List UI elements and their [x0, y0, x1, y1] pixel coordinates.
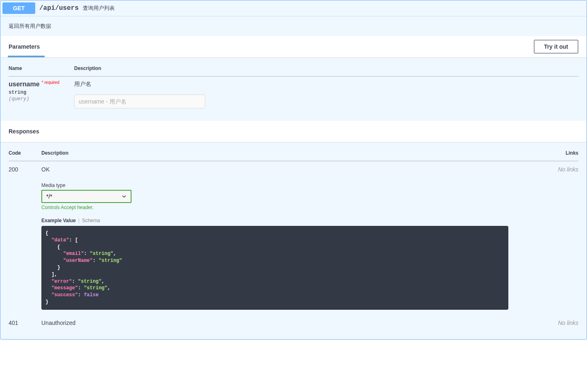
no-links-text: No links: [558, 320, 578, 326]
response-description: Unauthorized: [41, 320, 546, 326]
media-type-label: Media type: [41, 182, 546, 188]
responses-title: Responses: [9, 124, 39, 139]
operation-block: GET /api/users 查询用户列表 返回所有用户数据 Parameter…: [0, 0, 587, 340]
param-description: 用户名: [74, 81, 578, 88]
method-badge: GET: [2, 2, 35, 14]
parameters-header: Parameters Try it out: [0, 36, 587, 57]
tab-schema[interactable]: Schema: [82, 218, 100, 223]
response-row-200: 200 OK Media type */* Controls Accept he…: [9, 161, 578, 315]
param-input-username[interactable]: [74, 95, 205, 108]
parameters-title: Parameters: [9, 39, 40, 54]
accept-header-note: Controls Accept header.: [41, 205, 546, 210]
th-name: Name: [9, 65, 74, 77]
th-code: Code: [9, 150, 41, 161]
responses-header: Responses: [0, 121, 587, 142]
required-marker: * required: [40, 80, 59, 85]
endpoint-summary: 查询用户列表: [83, 5, 115, 12]
example-value-block[interactable]: { "data": [ { "email": "string", "userNa…: [41, 226, 508, 310]
param-type: string: [9, 88, 74, 95]
responses-table: Code Description Links 200 OK Media type…: [0, 142, 587, 339]
param-row: username* required string (query) 用户名: [9, 77, 578, 113]
media-type-select[interactable]: */*: [41, 190, 131, 203]
no-links-text: No links: [558, 166, 578, 173]
operation-description: 返回所有用户数据: [0, 16, 587, 36]
operation-body: 返回所有用户数据 Parameters Try it out Name Desc…: [0, 16, 587, 339]
parameters-table: Name Description username* required stri…: [0, 57, 587, 121]
endpoint-path: /api/users: [39, 5, 79, 12]
param-in: (query): [9, 95, 74, 102]
th-description: Description: [74, 65, 578, 77]
th-links: Links: [546, 150, 578, 161]
th-resp-description: Description: [41, 150, 546, 161]
response-code: 200: [9, 166, 18, 173]
response-code: 401: [9, 320, 18, 326]
param-name: username: [9, 81, 40, 88]
tab-example-value[interactable]: Example Value: [41, 218, 76, 223]
operation-summary[interactable]: GET /api/users 查询用户列表: [0, 0, 587, 16]
response-description: OK: [41, 166, 546, 173]
model-tabs: Example Value|Schema: [41, 218, 546, 223]
try-it-out-button[interactable]: Try it out: [534, 40, 578, 54]
response-row-401: 401 Unauthorized No links: [9, 315, 578, 331]
